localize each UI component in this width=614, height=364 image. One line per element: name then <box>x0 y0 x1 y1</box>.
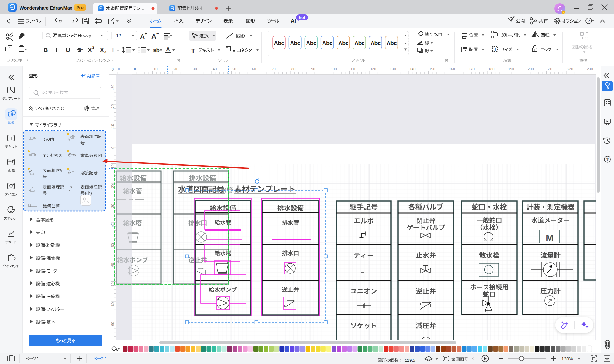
svg-text:12: 12 <box>116 33 121 38</box>
svg-text:Pro: Pro <box>76 5 84 10</box>
svg-text:0: 0 <box>111 147 115 149</box>
svg-text:X: X <box>88 47 92 53</box>
svg-text:-10: -10 <box>111 124 115 129</box>
svg-text:110: 110 <box>351 67 356 71</box>
svg-text:T: T <box>191 47 195 54</box>
svg-text:hot: hot <box>299 15 305 20</box>
svg-text:Abc: Abc <box>322 40 332 46</box>
svg-text:140: 140 <box>410 67 415 71</box>
svg-text:?: ? <box>606 157 609 162</box>
svg-text:20: 20 <box>111 184 115 188</box>
svg-text:ab: ab <box>153 47 160 53</box>
svg-text:120: 120 <box>370 67 376 71</box>
svg-text:U: U <box>66 47 70 53</box>
svg-text:2: 2 <box>104 50 106 54</box>
svg-text:130: 130 <box>390 67 396 71</box>
svg-text:150: 150 <box>430 67 435 71</box>
svg-text:A: A <box>166 46 170 52</box>
svg-text:90: 90 <box>311 67 315 71</box>
svg-text:230: 230 <box>587 67 593 71</box>
svg-text:M: M <box>546 233 553 243</box>
svg-text:Abc: Abc <box>290 40 300 46</box>
svg-text:A: A <box>151 33 156 40</box>
svg-text:Abc: Abc <box>274 40 284 46</box>
svg-text:30: 30 <box>193 67 197 71</box>
svg-text:X: X <box>100 47 104 53</box>
svg-text:Abc: Abc <box>370 40 381 46</box>
svg-text:10: 10 <box>154 67 158 71</box>
svg-text:180: 180 <box>488 67 494 71</box>
svg-text:A: A <box>140 33 145 40</box>
svg-text:80: 80 <box>291 67 295 71</box>
svg-text:60: 60 <box>252 67 256 71</box>
svg-text:90: 90 <box>111 322 115 326</box>
svg-text:I: I <box>495 47 496 52</box>
svg-text:Abc: Abc <box>354 40 364 46</box>
svg-text:?: ? <box>587 19 590 23</box>
svg-text:170: 170 <box>469 67 475 71</box>
svg-text:Abc: Abc <box>338 40 348 46</box>
svg-text:B: B <box>44 47 48 53</box>
svg-text:130%: 130% <box>561 356 573 361</box>
svg-text:100: 100 <box>331 67 337 71</box>
svg-text:80: 80 <box>111 302 115 306</box>
svg-text:190: 190 <box>508 67 514 71</box>
svg-text:-20: -20 <box>111 104 115 109</box>
svg-text:200: 200 <box>528 67 534 71</box>
svg-text:S: S <box>77 47 81 53</box>
svg-text:210: 210 <box>548 67 553 71</box>
svg-text:60: 60 <box>111 263 115 267</box>
svg-text:30: 30 <box>111 204 115 208</box>
svg-text:50: 50 <box>233 67 236 71</box>
svg-text:160: 160 <box>449 67 455 71</box>
svg-text:119.5: 119.5 <box>405 358 415 363</box>
svg-text:0: 0 <box>118 67 120 71</box>
svg-text:70: 70 <box>272 67 276 71</box>
svg-text:I: I <box>56 47 57 53</box>
svg-text:0: 0 <box>134 67 136 71</box>
svg-text:T: T <box>111 46 115 53</box>
svg-text:Abc: Abc <box>306 40 316 46</box>
svg-text:10: 10 <box>111 164 115 168</box>
svg-text:20: 20 <box>173 67 177 71</box>
svg-text:-30: -30 <box>111 85 115 90</box>
svg-text:−: − <box>156 31 159 36</box>
svg-text:0: 0 <box>112 67 114 71</box>
svg-text:2: 2 <box>92 45 94 49</box>
svg-text:Wondershare EdrawMax: Wondershare EdrawMax <box>20 5 73 11</box>
svg-text:40: 40 <box>213 67 217 71</box>
svg-text:220: 220 <box>567 67 573 71</box>
svg-text:+: + <box>145 31 147 36</box>
svg-text:70: 70 <box>111 282 115 286</box>
svg-text:Abc: Abc <box>387 40 397 46</box>
svg-text:50: 50 <box>111 243 115 247</box>
svg-text:AI: AI <box>291 18 296 24</box>
